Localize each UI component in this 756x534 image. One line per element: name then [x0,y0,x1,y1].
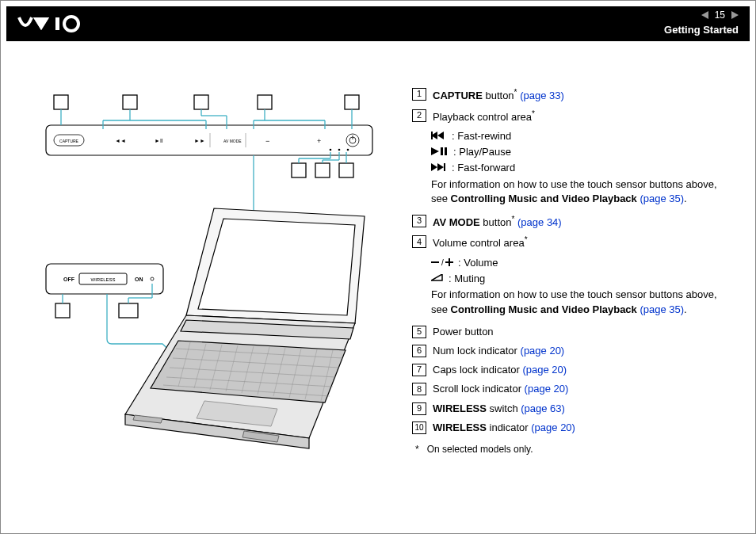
legend-item-10: 10 WIRELESS indicator (page 20) [412,421,729,435]
svg-marker-101 [431,274,442,280]
legend-item-9: 9 WIRELESS switch (page 63) [412,402,729,416]
svg-text:AV MODE: AV MODE [223,139,242,143]
callout-box: 1 [412,88,426,101]
legend-item-6: 6 Num lock indicator (page 20) [412,344,729,358]
svg-marker-94 [431,163,437,171]
svg-marker-91 [431,147,439,155]
header-bar: 15 Getting Started [6,6,750,41]
svg-text:9: 9 [59,305,65,317]
svg-text:►II: ►II [155,138,163,143]
pager: 15 [701,10,739,21]
legend: 1 CAPTURE button* (page 33) 2 Playback c… [412,87,729,456]
svg-rect-3 [46,125,372,155]
svg-text:WIRELESS: WIRELESS [90,277,115,282]
svg-marker-95 [437,163,444,171]
page-link[interactable]: (page 20) [525,383,569,395]
page-link[interactable]: (page 34) [517,216,562,228]
page-link[interactable]: (page 35) [640,193,684,204]
capture-label: CAPTURE [59,139,79,143]
legend-note: For information on how to use the touch … [431,288,729,316]
svg-point-2 [64,17,78,31]
page-link[interactable]: (page 20) [521,345,565,357]
fast-forward-icon [431,161,447,175]
svg-rect-90 [431,132,433,139]
legend-item-7: 7 Caps lock indicator (page 20) [412,363,729,377]
svg-text:10: 10 [123,305,134,317]
diagram-area: CAPTURE ◄◄ ►II ►► AV MODE − + 1 2 3 4 5 … [40,86,396,458]
page-link[interactable]: (page 35) [640,303,684,315]
next-page-arrow[interactable] [731,11,739,19]
svg-text:4: 4 [262,97,267,109]
footnote: * On selected models only. [415,443,729,456]
svg-text:−: − [265,137,269,145]
svg-marker-89 [437,132,444,139]
svg-point-17 [338,149,341,151]
svg-text:/: / [441,258,444,266]
svg-point-16 [330,149,332,151]
svg-text:2: 2 [127,97,132,109]
volume-icon: / [431,256,453,270]
svg-rect-100 [449,258,450,266]
section-title: Getting Started [664,24,739,36]
page-link[interactable]: (page 20) [531,421,575,433]
page-link[interactable]: (page 20) [522,364,567,376]
svg-point-18 [347,149,349,151]
play-pause-icon [431,145,449,159]
vaio-logo [17,13,105,35]
prev-page-arrow[interactable] [701,11,708,19]
mute-icon [431,272,444,286]
page-link[interactable]: (page 33) [520,90,564,101]
svg-rect-96 [444,163,445,171]
svg-text:3: 3 [198,97,204,109]
legend-item-1: 1 CAPTURE button* (page 33) [412,87,729,104]
legend-item-8: 8 Scroll lock indicator (page 20) [412,382,729,396]
fast-rewind-icon [431,129,447,143]
svg-rect-1 [55,17,59,30]
page-number: 15 [715,10,725,21]
svg-text:►►: ►► [194,138,205,143]
svg-text:7: 7 [319,165,325,177]
legend-item-4: 4 Volume control area* [412,235,729,251]
svg-text:+: + [317,137,321,145]
svg-text:◄◄: ◄◄ [115,138,126,143]
svg-text:8: 8 [343,165,349,177]
svg-text:6: 6 [296,165,301,177]
svg-text:5: 5 [349,97,354,109]
svg-rect-93 [445,147,447,155]
svg-text:OFF: OFF [63,277,75,282]
legend-item-3: 3 AV MODE button* (page 34) [412,214,729,231]
page-link[interactable]: (page 63) [521,402,565,414]
svg-text:ON: ON [135,277,143,282]
svg-rect-92 [441,147,443,155]
svg-text:1: 1 [58,97,63,109]
legend-note: For information on how to use the touch … [431,177,729,206]
svg-rect-97 [431,261,439,263]
legend-item-2: 2 Playback control area* [412,109,729,125]
legend-item-5: 5 Power button [412,325,729,339]
